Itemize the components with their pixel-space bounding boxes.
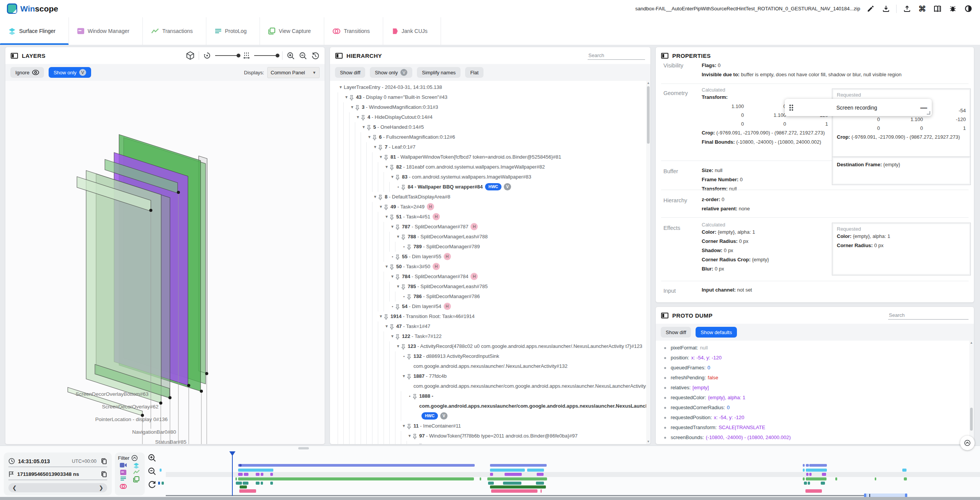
- tree-row[interactable]: ▼5 - OneHanded:0:14#5: [338, 122, 646, 132]
- tree-row[interactable]: ▼50 - Task=3#50H: [338, 262, 646, 272]
- download-icon[interactable]: [881, 4, 891, 14]
- expand-arrow-icon[interactable]: ▼: [384, 212, 390, 222]
- expand-arrow-icon[interactable]: ▼: [407, 431, 413, 441]
- tab-surface-flinger[interactable]: Surface Flinger: [0, 17, 69, 45]
- pin-icon[interactable]: [390, 262, 396, 270]
- resize-handle-icon[interactable]: [927, 111, 930, 115]
- expand-arrow-icon[interactable]: ▼: [343, 92, 350, 102]
- screen-recording-segment[interactable]: [806, 464, 809, 467]
- proto-row[interactable]: requestedColor:{empty}, alpha: 1: [664, 393, 969, 403]
- proto-scrollbar[interactable]: ▲: [969, 341, 974, 444]
- pin-icon[interactable]: [390, 162, 396, 170]
- view-capture-segment[interactable]: [240, 485, 247, 489]
- bug-report-icon[interactable]: [948, 4, 958, 14]
- rotation-icon[interactable]: [203, 52, 211, 59]
- pin-icon[interactable]: [395, 272, 402, 280]
- surface-flinger-segment[interactable]: [803, 469, 805, 472]
- expand-arrow-icon[interactable]: ▼: [412, 441, 418, 444]
- scroll-down-icon[interactable]: ▼: [646, 439, 650, 444]
- expand-arrow-icon[interactable]: ▼: [384, 321, 390, 331]
- collapse-panel-button[interactable]: [960, 436, 975, 450]
- expand-arrow-icon[interactable]: ▼: [378, 152, 384, 162]
- ignore-visibility-button[interactable]: Ignore: [10, 67, 44, 78]
- transactions-segment[interactable]: [806, 477, 826, 480]
- layer-spacing-icon[interactable]: [243, 52, 250, 59]
- reset-view-icon[interactable]: [311, 52, 319, 60]
- screen-recording-overlay[interactable]: Screen recording —: [785, 99, 932, 116]
- hierarchy-scrollbar[interactable]: ▲ ▼: [646, 81, 650, 444]
- expand-arrow-icon[interactable]: ▼: [389, 272, 395, 282]
- window-manager-segment[interactable]: [256, 473, 260, 476]
- tab-protolog[interactable]: ProtoLog: [206, 17, 260, 45]
- pin-icon[interactable]: [384, 152, 390, 160]
- transactions-segment[interactable]: [480, 477, 481, 480]
- spacing-slider[interactable]: [254, 55, 278, 56]
- pin-icon[interactable]: [407, 421, 413, 429]
- show-defaults-button[interactable]: Show defaults: [696, 327, 737, 338]
- expand-arrow-icon[interactable]: ▼: [401, 371, 407, 381]
- expand-arrow-icon[interactable]: ▼: [395, 282, 401, 292]
- pin-icon[interactable]: [378, 192, 385, 200]
- collapse-panel-icon[interactable]: [11, 53, 18, 59]
- surface-flinger-segment[interactable]: [806, 469, 827, 472]
- protolog-segment[interactable]: [243, 482, 248, 485]
- tree-row[interactable]: ▼122 - Task=7#122: [338, 331, 646, 341]
- proto-row[interactable]: position:x: -54, y: -120: [664, 353, 969, 363]
- timeline-scroll-track[interactable]: [166, 495, 864, 496]
- protolog-segment[interactable]: [488, 482, 494, 485]
- pin-icon[interactable]: [407, 371, 413, 379]
- pin-icon[interactable]: [401, 341, 408, 349]
- tree-row[interactable]: ●132 - d886913 ActivityRecordInputSink c…: [338, 351, 646, 371]
- window-manager-segment[interactable]: [261, 473, 263, 476]
- transitions-segment[interactable]: [805, 489, 822, 493]
- transactions-segment[interactable]: [235, 477, 237, 480]
- tree-row[interactable]: ●54 - Dim layer#54H: [338, 302, 646, 311]
- pin-icon[interactable]: [401, 282, 408, 290]
- proto-row[interactable]: refreshPending:false: [664, 373, 969, 383]
- tab-transitions[interactable]: Transitions: [324, 17, 383, 45]
- pin-icon[interactable]: [395, 172, 402, 180]
- tree-row[interactable]: ▼787 - SplitDecorManager#787H: [338, 222, 646, 232]
- tree-row[interactable]: ▼7 - Leaf:0:1#7: [338, 142, 646, 152]
- transactions-segment[interactable]: [875, 477, 876, 480]
- window-manager-segment[interactable]: [537, 473, 544, 476]
- tree-row[interactable]: ▼1887 - 77fdc4b com.google.android.apps.…: [338, 371, 646, 391]
- rotation-slider[interactable]: [215, 55, 239, 56]
- show-only-visible-button[interactable]: Show onlyV: [49, 67, 91, 78]
- pin-icon[interactable]: [413, 391, 419, 399]
- transactions-segment[interactable]: [904, 477, 907, 480]
- pin-icon[interactable]: [407, 242, 413, 250]
- pin-icon[interactable]: [395, 302, 402, 310]
- proto-row[interactable]: screenBounds:(-10800, -24000) - (10800, …: [664, 433, 969, 443]
- collapse-panel-icon[interactable]: [661, 313, 668, 318]
- tree-row[interactable]: ▼49 - Task=2#49H: [338, 202, 646, 212]
- protolog-segment[interactable]: [808, 482, 810, 485]
- tab-jank-cujs[interactable]: Jank CUJs: [383, 17, 441, 45]
- tree-row[interactable]: ▼8 - DefaultTaskDisplayArea#8: [338, 192, 646, 202]
- surface-flinger-segment[interactable]: [527, 469, 544, 472]
- tree-row[interactable]: ▼LayerTraceEntry - 2024-03-31, 14:31:05.…: [338, 82, 646, 92]
- scroll-up-icon[interactable]: ▲: [969, 341, 973, 345]
- tree-row[interactable]: ●1888 - com.google.android.apps.nexuslau…: [338, 391, 646, 421]
- screen-recording-segment[interactable]: [238, 464, 475, 467]
- timeline-cursor-line[interactable]: [232, 455, 233, 496]
- surface-flinger-segment[interactable]: [490, 469, 525, 472]
- expand-arrow-icon[interactable]: ▼: [395, 341, 401, 351]
- pin-icon[interactable]: [401, 232, 408, 240]
- pin-icon[interactable]: [390, 212, 396, 220]
- pin-icon[interactable]: [407, 292, 413, 300]
- screen-recording-segment[interactable]: [809, 464, 827, 467]
- expand-arrow-icon[interactable]: ▼: [389, 172, 395, 182]
- proto-row[interactable]: requestedCornerRadius:0: [664, 403, 969, 413]
- tree-row[interactable]: ▼47 - Task=1#47: [338, 321, 646, 331]
- expand-arrow-icon[interactable]: ▼: [372, 142, 378, 152]
- show-diff-button[interactable]: Show diff: [335, 67, 365, 78]
- displays-select[interactable]: Common Panel▼: [267, 67, 320, 78]
- expand-arrow-icon[interactable]: ▼: [401, 421, 407, 431]
- expand-arrow-icon[interactable]: ▼: [338, 82, 344, 92]
- pin-icon[interactable]: [401, 182, 408, 190]
- tab-window-manager[interactable]: Window Manager: [69, 17, 143, 45]
- protolog-segment[interactable]: [236, 482, 242, 485]
- zoom-out-icon[interactable]: [299, 52, 307, 60]
- zoom-in-icon[interactable]: [287, 52, 295, 60]
